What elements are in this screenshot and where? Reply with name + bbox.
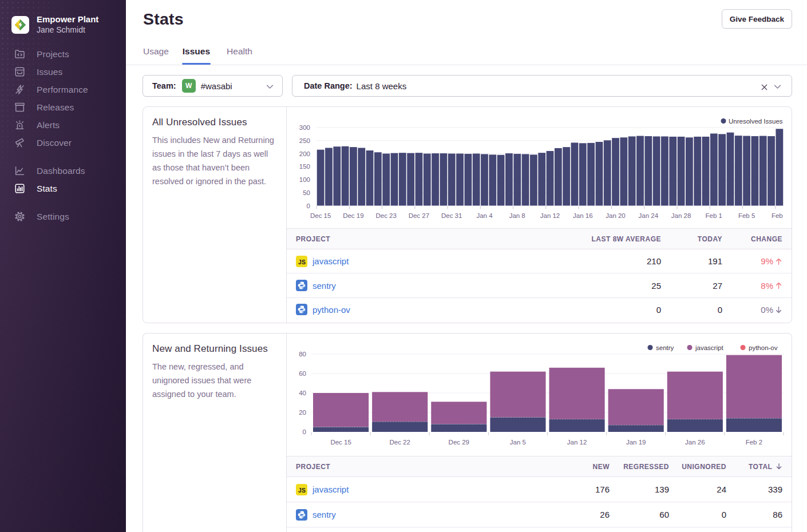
svg-text:Dec 22: Dec 22	[389, 439, 410, 446]
svg-text:Jan 4: Jan 4	[476, 212, 493, 219]
svg-text:Dec 29: Dec 29	[449, 439, 469, 446]
svg-text:Jan 8: Jan 8	[509, 212, 525, 219]
svg-text:Feb: Feb	[772, 212, 783, 219]
svg-text:Unresolved Issues: Unresolved Issues	[729, 118, 783, 125]
svg-text:Jan 26: Jan 26	[685, 439, 705, 446]
svg-text:0: 0	[307, 203, 310, 209]
svg-text:Dec 27: Dec 27	[409, 212, 429, 219]
svg-text:20: 20	[299, 409, 306, 416]
svg-text:Jan 12: Jan 12	[567, 439, 587, 446]
svg-text:200: 200	[299, 150, 310, 157]
svg-text:250: 250	[299, 137, 310, 144]
svg-text:sentry: sentry	[656, 344, 674, 351]
svg-text:60: 60	[299, 370, 306, 377]
svg-text:Dec 15: Dec 15	[310, 212, 331, 219]
svg-text:Dec 15: Dec 15	[330, 439, 351, 446]
svg-text:80: 80	[299, 351, 306, 358]
svg-text:Dec 19: Dec 19	[343, 212, 363, 219]
svg-text:Jan 28: Jan 28	[671, 212, 691, 219]
svg-text:javascript: javascript	[695, 344, 723, 351]
svg-text:Dec 23: Dec 23	[375, 212, 396, 219]
svg-text:Jan 16: Jan 16	[573, 212, 593, 219]
svg-text:300: 300	[299, 124, 310, 131]
svg-text:150: 150	[299, 163, 310, 170]
svg-text:50: 50	[303, 189, 310, 196]
svg-text:Jan 19: Jan 19	[626, 439, 646, 446]
svg-text:100: 100	[299, 176, 310, 183]
svg-text:JS: JS	[298, 258, 306, 265]
svg-text:Feb 2: Feb 2	[746, 439, 762, 446]
svg-text:40: 40	[299, 390, 306, 396]
svg-text:Feb 5: Feb 5	[738, 212, 755, 219]
svg-text:Dec 31: Dec 31	[441, 212, 462, 219]
svg-text:python-ov: python-ov	[749, 344, 778, 351]
svg-text:JS: JS	[298, 486, 306, 493]
svg-text:Jan 5: Jan 5	[510, 439, 526, 446]
svg-text:Jan 12: Jan 12	[540, 212, 560, 219]
svg-text:Jan 24: Jan 24	[639, 212, 659, 219]
svg-text:Feb 1: Feb 1	[706, 212, 722, 219]
svg-text:Jan 20: Jan 20	[606, 212, 626, 219]
svg-text:0: 0	[303, 428, 306, 435]
